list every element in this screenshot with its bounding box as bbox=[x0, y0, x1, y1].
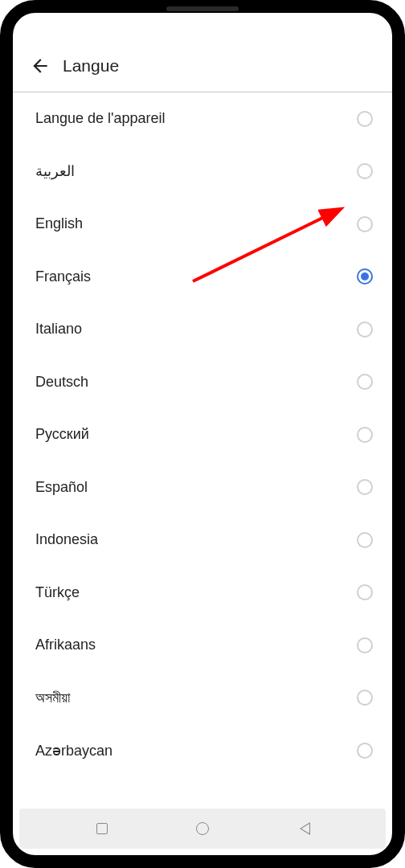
language-item[interactable]: Italiano bbox=[13, 303, 392, 356]
radio-button[interactable] bbox=[357, 216, 373, 232]
radio-button[interactable] bbox=[357, 479, 373, 495]
nav-recent-button[interactable] bbox=[94, 821, 110, 837]
radio-button[interactable] bbox=[357, 427, 373, 443]
nav-back-button[interactable] bbox=[295, 821, 311, 837]
language-item[interactable]: Deutsch bbox=[13, 356, 392, 409]
language-label: Italiano bbox=[35, 321, 82, 338]
language-item[interactable]: Langue de l'appareil bbox=[13, 92, 392, 145]
page-title: Langue bbox=[63, 56, 119, 76]
language-label: English bbox=[35, 215, 83, 232]
language-label: Español bbox=[35, 479, 88, 496]
triangle-left-icon bbox=[298, 822, 309, 835]
language-list: Langue de l'appareilالعربيةEnglishFrança… bbox=[13, 92, 392, 809]
language-label: অসমীয়া bbox=[35, 690, 70, 706]
arrow-left-icon bbox=[30, 55, 51, 76]
radio-button[interactable] bbox=[357, 268, 373, 285]
language-label: Afrikaans bbox=[35, 637, 96, 653]
radio-button[interactable] bbox=[357, 584, 373, 600]
language-label: Langue de l'appareil bbox=[35, 110, 166, 127]
language-item[interactable]: Русский bbox=[13, 408, 392, 461]
language-item[interactable]: English bbox=[13, 198, 392, 251]
language-label: Deutsch bbox=[35, 374, 88, 391]
language-label: Türkçe bbox=[35, 584, 80, 601]
language-item[interactable]: Afrikaans bbox=[13, 619, 392, 672]
language-item[interactable]: Español bbox=[13, 461, 392, 514]
square-icon bbox=[96, 823, 108, 834]
language-label: Français bbox=[35, 268, 91, 285]
circle-icon bbox=[196, 822, 209, 835]
radio-button[interactable] bbox=[357, 690, 373, 706]
back-button[interactable] bbox=[29, 55, 51, 77]
language-label: العربية bbox=[35, 162, 75, 180]
language-label: Русский bbox=[35, 426, 89, 443]
language-item[interactable]: Türkçe bbox=[13, 567, 392, 620]
screen: Langue Langue de l'appareilالعربيةEnglis… bbox=[13, 13, 392, 855]
language-label: Azərbaycan bbox=[35, 742, 112, 760]
radio-button[interactable] bbox=[357, 532, 373, 548]
radio-button[interactable] bbox=[357, 743, 373, 759]
header: Langue bbox=[13, 42, 392, 92]
radio-button[interactable] bbox=[357, 374, 373, 390]
language-item[interactable]: العربية bbox=[13, 145, 392, 199]
language-item[interactable]: Azərbaycan bbox=[13, 724, 392, 777]
language-item[interactable]: অসমীয়া bbox=[13, 672, 392, 725]
radio-button[interactable] bbox=[357, 321, 373, 338]
navigation-bar bbox=[19, 809, 386, 849]
radio-button[interactable] bbox=[357, 637, 373, 653]
radio-button[interactable] bbox=[357, 163, 373, 179]
nav-home-button[interactable] bbox=[194, 821, 211, 837]
language-label: Indonesia bbox=[35, 531, 98, 548]
radio-button[interactable] bbox=[357, 111, 373, 127]
language-item[interactable]: Indonesia bbox=[13, 514, 392, 567]
status-bar bbox=[13, 13, 392, 42]
language-item[interactable]: Français bbox=[13, 251, 392, 304]
